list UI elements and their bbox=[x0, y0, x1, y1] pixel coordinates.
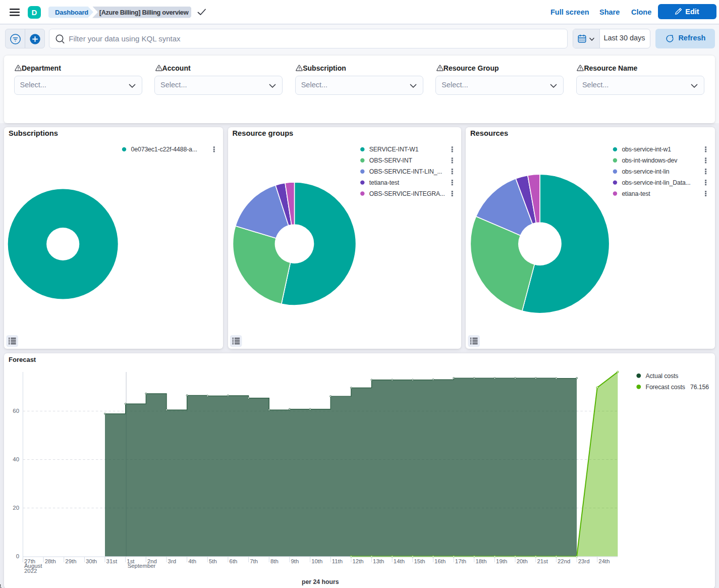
svg-text:10th: 10th bbox=[311, 558, 322, 564]
svg-text:OBS-SERV-INT: OBS-SERV-INT bbox=[369, 157, 413, 164]
svg-text:0: 0 bbox=[16, 553, 19, 559]
svg-text:16th: 16th bbox=[434, 558, 446, 564]
svg-text:15th: 15th bbox=[414, 558, 425, 564]
svg-text:OBS-SERVICE-INT-LIN_...: OBS-SERVICE-INT-LIN_... bbox=[369, 168, 443, 175]
svg-text:obs-service-int-lin: obs-service-int-lin bbox=[622, 168, 669, 175]
svg-text:2022: 2022 bbox=[24, 568, 37, 574]
svg-text:14th: 14th bbox=[394, 558, 405, 564]
svg-text:12th: 12th bbox=[353, 558, 364, 564]
svg-text:30th: 30th bbox=[86, 558, 97, 564]
svg-text:19th: 19th bbox=[496, 558, 507, 564]
svg-text:22nd: 22nd bbox=[558, 558, 570, 564]
svg-text:24th: 24th bbox=[598, 558, 610, 564]
svg-text:29th: 29th bbox=[65, 558, 76, 564]
svg-text:6th: 6th bbox=[230, 558, 238, 564]
svg-text:28th: 28th bbox=[45, 558, 56, 564]
svg-text:13th: 13th bbox=[373, 558, 384, 564]
svg-text:17th: 17th bbox=[455, 558, 466, 564]
svg-text:60: 60 bbox=[13, 408, 19, 414]
svg-text:21st: 21st bbox=[537, 558, 548, 564]
svg-text:9th: 9th bbox=[291, 558, 299, 564]
svg-text:Actual costs: Actual costs bbox=[646, 372, 679, 380]
svg-text:20th: 20th bbox=[517, 558, 528, 564]
svg-text:per 24 hours: per 24 hours bbox=[302, 578, 339, 585]
svg-text:40: 40 bbox=[13, 456, 19, 462]
svg-text:SERVICE-INT-W1: SERVICE-INT-W1 bbox=[369, 146, 419, 153]
svg-text:0e073ec1-c22f-4488-a...: 0e073ec1-c22f-4488-a... bbox=[131, 146, 197, 153]
svg-text:18th: 18th bbox=[475, 558, 486, 564]
svg-text:31st: 31st bbox=[106, 558, 118, 564]
svg-text:23rd: 23rd bbox=[578, 558, 590, 564]
svg-text:3rd: 3rd bbox=[168, 558, 176, 564]
svg-text:September: September bbox=[128, 563, 156, 569]
svg-text:Forecast costs: Forecast costs bbox=[646, 384, 685, 391]
svg-text:5th: 5th bbox=[209, 558, 217, 564]
svg-text:20: 20 bbox=[13, 505, 19, 511]
svg-text:etiana-test: etiana-test bbox=[622, 190, 650, 197]
svg-text:obs-int-windows-dev: obs-int-windows-dev bbox=[622, 157, 678, 164]
svg-text:11th: 11th bbox=[332, 558, 343, 564]
svg-text:76.156: 76.156 bbox=[690, 384, 709, 391]
svg-text:obs-service-int-w1: obs-service-int-w1 bbox=[622, 146, 671, 153]
svg-text:OBS-SERVICE-INTEGRA...: OBS-SERVICE-INTEGRA... bbox=[369, 190, 445, 197]
svg-text:8th: 8th bbox=[270, 558, 279, 564]
svg-text:obs-service-int-lin_Data...: obs-service-int-lin_Data... bbox=[622, 179, 690, 186]
svg-text:7th: 7th bbox=[250, 558, 258, 564]
svg-text:tetiana-test: tetiana-test bbox=[369, 179, 400, 186]
svg-text:4th: 4th bbox=[188, 558, 196, 564]
